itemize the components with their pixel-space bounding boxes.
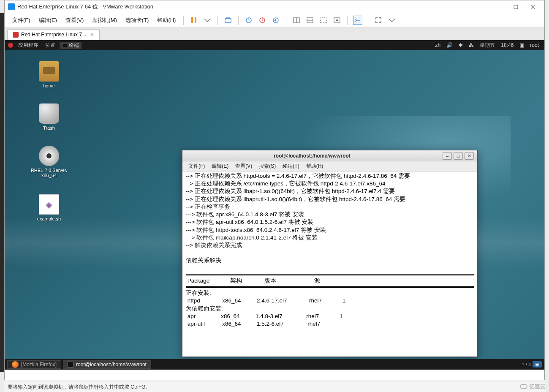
network-icon[interactable]: 🖧 [467, 42, 476, 48]
trash-icon [39, 103, 59, 124]
desktop-icon-home[interactable]: home [28, 61, 70, 88]
snapshot-revert-icon[interactable] [271, 16, 280, 25]
firefox-icon [12, 361, 19, 368]
term-menu-edit[interactable]: 编辑(E) [208, 163, 232, 170]
quickswitch-icon[interactable] [353, 16, 362, 25]
term-menu-help[interactable]: 帮助(H) [303, 163, 327, 170]
term-menu-file[interactable]: 文件(F) [185, 163, 208, 170]
fullscreen-icon[interactable] [374, 16, 383, 25]
vmware-tabbar: Red Hat Enterprise Linux 7 ... ✕ [5, 27, 544, 40]
terminal-menu-indicator[interactable]: 终端 [60, 42, 82, 49]
desktop-icon-label: RHEL-7.0 Server. x86_64 [28, 168, 70, 178]
terminal-title: root@localhost:/home/wwwroot [182, 153, 442, 159]
workspace-badge[interactable]: ◉ [533, 361, 542, 368]
host-sidebar-fragment [0, 13, 4, 372]
menu-file[interactable]: 文件(F) [8, 16, 35, 24]
desktop-icon-trash[interactable]: Trash [28, 103, 70, 131]
close-button[interactable] [524, 1, 541, 13]
svg-rect-1 [514, 5, 518, 9]
menu-edit[interactable]: 编辑(E) [35, 16, 61, 24]
terminal-menubar: 文件(F) 编辑(E) 查看(V) 搜索(S) 终端(T) 帮助(H) [182, 161, 477, 172]
vm-tab-label: Red Hat Enterprise Linux 7 ... [21, 32, 87, 38]
maximize-button[interactable] [507, 1, 524, 13]
desktop-icon-script[interactable]: example.sh [28, 194, 70, 221]
rhel-icon [13, 32, 19, 38]
desktop-icon-label: home [28, 83, 70, 88]
snapshot-manage-icon[interactable] [258, 16, 267, 25]
desktop-icon-label: example.sh [28, 216, 70, 221]
desktop-icon-cd[interactable]: RHEL-7.0 Server. x86_64 [28, 146, 70, 178]
svg-rect-5 [195, 17, 196, 23]
gnome-topbar: 应用程序 位置 终端 zh 🔊 ✱ 🖧 星期五 18:46 ▣ root [5, 40, 544, 50]
svg-rect-15 [321, 18, 326, 23]
pause-icon[interactable] [189, 16, 198, 25]
power-icon[interactable]: ▣ [517, 42, 526, 48]
vmware-icon [8, 3, 15, 10]
menu-view[interactable]: 查看(V) [61, 16, 88, 24]
cdrom-icon [39, 146, 59, 166]
terminal-small-icon [62, 43, 67, 47]
dropdown2-icon[interactable] [387, 16, 397, 25]
view-split-icon[interactable] [305, 16, 315, 25]
term-menu-terminal[interactable]: 终端(T) [279, 163, 302, 170]
terminal-output[interactable]: --> 正在处理依赖关系 httpd-tools = 2.4.6-17.el7，… [182, 172, 477, 357]
vmware-window: Red Hat Enterprise Linux 7 64 位 - VMware… [4, 0, 545, 380]
clock-day[interactable]: 星期五 [478, 42, 497, 49]
vmware-status-text: 要将输入定向到该虚拟机，请将鼠标指针移入其中或按 Ctrl+G。 [8, 384, 150, 391]
term-menu-view[interactable]: 查看(V) [232, 163, 255, 170]
send-keys-icon[interactable] [223, 16, 233, 25]
term-maximize-button[interactable]: □ [454, 152, 463, 160]
volume-icon[interactable]: 🔊 [444, 42, 455, 48]
minimize-button[interactable] [490, 1, 507, 13]
watermark: 亿速云 [520, 383, 546, 390]
vmware-statusbar: 要将输入定向到该虚拟机，请将鼠标指针移入其中或按 Ctrl+G。 [4, 382, 545, 392]
svg-rect-4 [191, 17, 193, 23]
snapshot-icon[interactable] [244, 16, 253, 25]
user-label[interactable]: root [528, 42, 541, 48]
vmware-titlebar: Red Hat Enterprise Linux 7 64 位 - VMware… [5, 0, 544, 13]
terminal-taskbar-icon [68, 362, 73, 368]
clock-time[interactable]: 18:46 [499, 42, 516, 48]
dropdown-icon[interactable] [203, 16, 212, 25]
places-menu[interactable]: 位置 [43, 42, 58, 49]
activities-icon[interactable] [8, 43, 13, 48]
vmware-title: Red Hat Enterprise Linux 7 64 位 - VMware… [17, 3, 153, 11]
gnome-taskbar: [Mozilla Firefox] root@localhost:/home/w… [5, 359, 544, 370]
applications-menu[interactable]: 应用程序 [16, 42, 41, 49]
svg-point-17 [336, 19, 338, 21]
taskbar-terminal[interactable]: root@localhost:/home/wwwroot [63, 360, 151, 369]
term-menu-search[interactable]: 搜索(S) [255, 163, 279, 170]
taskbar-firefox[interactable]: [Mozilla Firefox] [7, 360, 61, 369]
guest-desktop[interactable]: 应用程序 位置 终端 zh 🔊 ✱ 🖧 星期五 18:46 ▣ root hom… [5, 40, 544, 370]
menu-help[interactable]: 帮助(H) [153, 16, 180, 24]
vmware-menubar: 文件(F) 编辑(E) 查看(V) 虚拟机(M) 选项卡(T) 帮助(H) [5, 13, 544, 27]
vm-tab[interactable]: Red Hat Enterprise Linux 7 ... ✕ [7, 29, 100, 40]
view-unity-icon[interactable] [319, 16, 328, 25]
workspace-indicator[interactable]: 1 / 4 [522, 362, 531, 367]
input-lang[interactable]: zh [433, 42, 443, 48]
terminal-window[interactable]: root@localhost:/home/wwwroot – □ ✕ 文件(F)… [182, 150, 478, 357]
term-minimize-button[interactable]: – [443, 152, 452, 160]
script-file-icon [39, 194, 59, 215]
bluetooth-icon[interactable]: ✱ [457, 42, 465, 48]
watermark-icon [520, 384, 527, 389]
view-console-icon[interactable] [332, 16, 342, 25]
menu-vm[interactable]: 虚拟机(M) [88, 16, 121, 24]
term-close-button[interactable]: ✕ [465, 152, 474, 160]
view-single-icon[interactable] [292, 16, 301, 25]
terminal-titlebar[interactable]: root@localhost:/home/wwwroot – □ ✕ [182, 150, 477, 161]
folder-home-icon [39, 61, 59, 82]
close-tab-icon[interactable]: ✕ [90, 32, 94, 38]
menu-tabs[interactable]: 选项卡(T) [121, 16, 153, 24]
desktop-icon-label: Trash [28, 125, 70, 131]
